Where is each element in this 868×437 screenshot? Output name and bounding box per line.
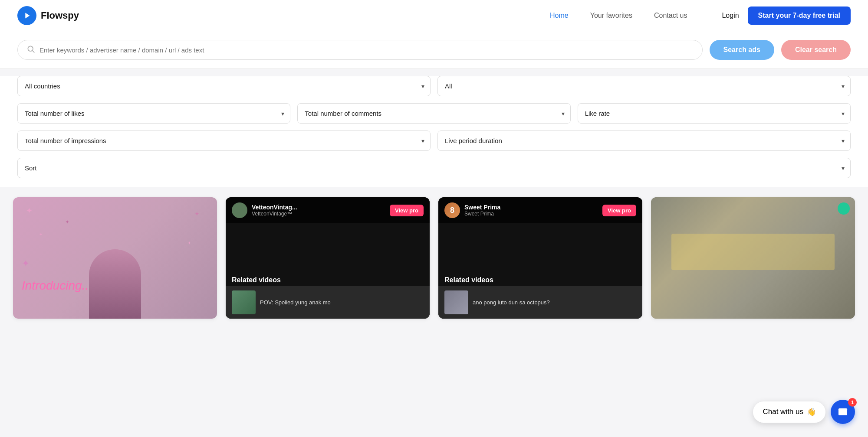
card-3-channel-name: Sweet Prima xyxy=(464,204,598,211)
card-3-related-thumb: ano pong luto dun sa octopus? xyxy=(438,286,642,319)
filters-section: All countries All Total number of likes … xyxy=(0,76,868,187)
header-actions: Login Start your 7-day free trial xyxy=(722,7,851,25)
chat-widget: Chat with us 👋 1 xyxy=(753,400,855,424)
card-2-thumb-text: POV: Spoiled yung anak mo xyxy=(260,299,331,306)
card-3-channel-sub: Sweet Prima xyxy=(464,211,598,217)
card-3-thumb-img xyxy=(444,290,468,314)
comments-filter[interactable]: Total number of comments xyxy=(297,103,570,124)
card-2-related-thumb: POV: Spoiled yung anak mo xyxy=(226,286,430,319)
star-icon-2: ✦ xyxy=(65,219,69,225)
card-2: VetteonVintag... VetteonVintage™ View pr… xyxy=(226,197,430,319)
star-icon-1: ✦ xyxy=(26,206,33,215)
impressions-filter[interactable]: Total number of impressions xyxy=(17,130,431,151)
card-2-profile-bar: VetteonVintag... VetteonVintage™ View pr… xyxy=(226,197,430,223)
all-filter[interactable]: All xyxy=(437,76,851,96)
nav-home[interactable]: Home xyxy=(550,12,569,20)
card-4 xyxy=(651,197,855,319)
search-icon xyxy=(26,45,35,55)
star-icon-6: ✦ xyxy=(22,258,30,269)
trial-button[interactable]: Start your 7-day free trial xyxy=(748,7,851,25)
filter-row-3: Total number of impressions Live period … xyxy=(17,130,851,151)
card-4-highlight xyxy=(671,234,835,270)
country-filter-wrapper: All countries xyxy=(17,76,431,96)
logo-area: Flowspy xyxy=(17,6,79,25)
nav-contact[interactable]: Contact us xyxy=(654,12,687,20)
svg-marker-0 xyxy=(25,13,30,18)
likes-filter-wrapper: Total number of likes xyxy=(17,103,290,124)
card-2-profile-info: VetteonVintag... VetteonVintage™ xyxy=(252,204,385,217)
chat-label: Chat with us xyxy=(763,408,803,416)
like-rate-filter[interactable]: Like rate xyxy=(578,103,851,124)
comments-filter-wrapper: Total number of comments xyxy=(297,103,570,124)
sort-filter-wrapper: Sort xyxy=(17,158,851,178)
header: Flowspy Home Your favorites Contact us L… xyxy=(0,0,868,31)
svg-line-2 xyxy=(33,51,35,53)
nav-favorites[interactable]: Your favorites xyxy=(590,12,632,20)
sort-filter[interactable]: Sort xyxy=(17,158,851,178)
card-3-related-label: Related videos xyxy=(444,276,493,284)
star-icon-3: ✦ xyxy=(39,232,43,237)
card-3-profile-bar: 8 Sweet Prima Sweet Prima View pro xyxy=(438,197,642,223)
like-rate-filter-wrapper: Like rate xyxy=(578,103,851,124)
card-2-thumb-img xyxy=(232,290,256,314)
chat-emoji: 👋 xyxy=(807,408,816,417)
star-icon-5: ✦ xyxy=(187,241,191,245)
card-2-channel-sub: VetteonVintage™ xyxy=(252,211,385,217)
card-2-related-label: Related videos xyxy=(232,276,281,284)
filter-row-1: All countries All xyxy=(17,76,851,96)
login-button[interactable]: Login xyxy=(722,12,739,20)
card-4-teal-dot xyxy=(838,202,850,215)
card-2-view-profile-button[interactable]: View pro xyxy=(390,205,424,216)
logo-icon xyxy=(17,6,36,25)
search-ads-button[interactable]: Search ads xyxy=(710,40,774,60)
country-filter[interactable]: All countries xyxy=(17,76,431,96)
card-3: 8 Sweet Prima Sweet Prima View pro Relat… xyxy=(438,197,642,319)
card-1-person-silhouette xyxy=(89,249,141,319)
card-2-channel-name: VetteonVintag... xyxy=(252,204,385,211)
likes-filter[interactable]: Total number of likes xyxy=(17,103,290,124)
chat-bubble[interactable]: Chat with us 👋 xyxy=(753,401,825,423)
card-3-avatar: 8 xyxy=(444,202,460,218)
impressions-filter-wrapper: Total number of impressions xyxy=(17,130,431,151)
chat-badge: 1 xyxy=(848,398,857,407)
card-1: ✦ ✦ ✦ ✦ ✦ ✦ Introducing... xyxy=(13,197,217,319)
star-icon-4: ✦ xyxy=(194,210,200,217)
card-1-intro-text: Introducing... xyxy=(22,279,92,293)
filter-row-sort: Sort xyxy=(17,158,851,178)
cards-section: ✦ ✦ ✦ ✦ ✦ ✦ Introducing... VetteonVintag… xyxy=(0,187,868,329)
search-section: Search ads Clear search xyxy=(0,31,868,69)
all-filter-wrapper: All xyxy=(437,76,851,96)
live-period-filter[interactable]: Live period duration xyxy=(437,130,851,151)
clear-search-button[interactable]: Clear search xyxy=(781,40,851,60)
live-period-filter-wrapper: Live period duration xyxy=(437,130,851,151)
svg-point-1 xyxy=(28,46,33,51)
filter-row-2: Total number of likes Total number of co… xyxy=(17,103,851,124)
brand-name: Flowspy xyxy=(41,10,79,21)
card-3-view-profile-button[interactable]: View pro xyxy=(602,205,636,216)
search-input[interactable] xyxy=(39,46,694,54)
card-3-thumb-text: ano pong luto dun sa octopus? xyxy=(473,299,550,306)
card-2-avatar xyxy=(232,202,247,218)
search-bar xyxy=(17,40,703,60)
card-3-profile-info: Sweet Prima Sweet Prima xyxy=(464,204,598,217)
main-nav: Home Your favorites Contact us xyxy=(550,12,687,20)
chat-button[interactable]: 1 xyxy=(831,400,855,424)
